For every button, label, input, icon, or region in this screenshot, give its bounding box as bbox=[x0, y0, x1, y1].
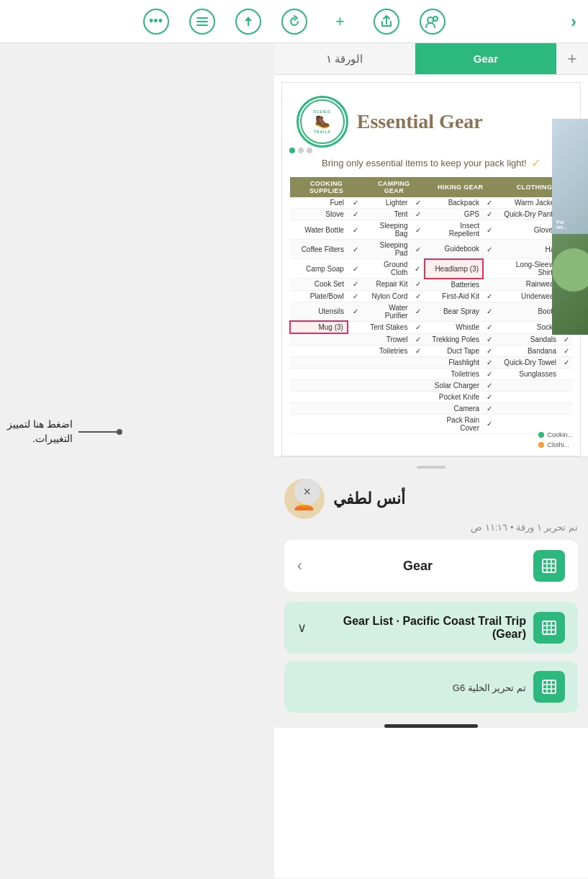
svg-point-3 bbox=[428, 17, 433, 23]
thumb-top: Forwe... bbox=[552, 119, 588, 234]
share-icon[interactable] bbox=[374, 9, 399, 35]
bottom-panel: × أنس لطفي 🧑‍🦱 تم تحرير ١ ورقة • ١١:١٦ ص… bbox=[274, 456, 588, 728]
table-row: Utensils ✓ Water Purifier ✓ Bear Spray ✓… bbox=[290, 302, 573, 321]
svg-point-4 bbox=[433, 17, 438, 21]
dot-3 bbox=[307, 148, 312, 153]
page-nav[interactable]: ‹ Gear bbox=[284, 540, 578, 592]
table-row: Stove ✓ Tent ✓ GPS ✓ Quick-Dry Pants ✓ bbox=[290, 209, 573, 220]
page-nav-table-icon[interactable] bbox=[533, 550, 565, 582]
tab-add-button[interactable]: + bbox=[556, 43, 588, 74]
slide-header: SCENIC 🥾 TRAILS Essential Gear bbox=[289, 90, 573, 150]
table-row: Pocket Knife ✓ bbox=[290, 391, 573, 402]
change-item-2-table-icon[interactable] bbox=[533, 671, 565, 703]
dot-1 bbox=[289, 148, 295, 153]
refresh-icon[interactable] bbox=[281, 9, 307, 35]
legend-label-cooking: Cookin... bbox=[547, 431, 573, 438]
close-button[interactable]: × bbox=[294, 479, 320, 505]
tab-sheet1[interactable]: الورقة ١ bbox=[274, 43, 415, 74]
legend-dot-cooking bbox=[538, 432, 544, 438]
slide-subtitle: Bring only essential items to keep your … bbox=[289, 150, 573, 177]
svg-rect-10 bbox=[543, 621, 556, 634]
page-nav-title: Gear bbox=[403, 559, 433, 574]
main-content: الورقة ١ Gear + SCENIC 🥾 TRAILS Essentia… bbox=[274, 43, 588, 878]
change-item-1-table-icon[interactable] bbox=[533, 612, 565, 644]
checkmark-icon: ✓ bbox=[531, 156, 540, 170]
change-item-2-subtitle: تم تحرير الخلية G6 bbox=[297, 682, 526, 693]
user-row: أنس لطفي 🧑‍🦱 bbox=[284, 479, 578, 519]
pin-icon[interactable] bbox=[235, 9, 261, 35]
table-row: Toiletries ✓ Sunglasses bbox=[290, 368, 573, 379]
table-row: Coffee Filters ✓ Sleeping Pad ✓ Guideboo… bbox=[290, 240, 573, 259]
change-item-1-title: Gear List · Pacific Coast Trail Trip (Ge… bbox=[307, 615, 526, 641]
change-item-1-text: Gear List · Pacific Coast Trail Trip (Ge… bbox=[307, 615, 533, 641]
tabs: الورقة ١ Gear + bbox=[274, 43, 588, 75]
table-row: Flashlight ✓ Quick-Dry Towel ✓ bbox=[290, 356, 573, 368]
back-arrow-icon[interactable]: ‹ bbox=[297, 556, 302, 575]
legend-dot-clothing bbox=[538, 442, 544, 448]
collab-icon[interactable] bbox=[420, 9, 445, 35]
table-row: Toiletries ✓ Duct Tape ✓ Bandana ✓ bbox=[290, 345, 573, 356]
table-row: Pack Rain Cover ✓ bbox=[290, 414, 573, 433]
hiker-icon: 🥾 bbox=[315, 114, 330, 130]
legend-item-cooking: Cookin... bbox=[538, 431, 573, 438]
home-indicator bbox=[384, 724, 478, 728]
table-row: Plate/Bowl ✓ Nylon Cord ✓ First-Aid Kit … bbox=[290, 290, 573, 302]
thumb-bottom bbox=[552, 234, 588, 335]
change-item-2-text: تم تحرير الخلية G6 bbox=[297, 681, 533, 693]
table-row: Cook Set ✓ Repair Kit ✓ Batteries Rainwe… bbox=[290, 279, 573, 291]
legend-item-clothing: Clothi... bbox=[538, 441, 573, 448]
list-icon[interactable] bbox=[189, 9, 215, 35]
thumb-circle bbox=[552, 248, 588, 292]
svg-rect-15 bbox=[543, 680, 556, 693]
annotation-text: اضغط هنا لتمييز التغييرات. bbox=[7, 418, 73, 446]
user-time: تم تحرير ١ ورقة • ١١:١٦ ص bbox=[284, 522, 578, 533]
more-icon[interactable]: ••• bbox=[143, 9, 169, 35]
forward-arrow-icon[interactable]: › bbox=[571, 12, 576, 32]
tab-gear[interactable]: Gear bbox=[415, 43, 556, 74]
slide: SCENIC 🥾 TRAILS Essential Gear Bring o bbox=[281, 82, 581, 456]
table-row: Camp Soap ✓ Ground Cloth ✓ Headlamp (3) … bbox=[290, 259, 573, 279]
annotation: اضغط هنا لتمييز التغييرات. bbox=[7, 418, 151, 446]
logo: SCENIC 🥾 TRAILS bbox=[297, 96, 348, 148]
change-item-1[interactable]: ∨ Gear List · Pacific Coast Trail Trip (… bbox=[284, 602, 578, 654]
highlighted-headlamp[interactable]: Headlamp (3) bbox=[425, 259, 483, 279]
highlighted-mug[interactable]: Mug (3) bbox=[290, 321, 348, 333]
panel-handle bbox=[417, 466, 445, 469]
user-name: أنس لطفي bbox=[333, 490, 405, 508]
th-hiking: HIKING GEAR bbox=[425, 177, 496, 197]
add-icon[interactable]: + bbox=[327, 9, 353, 35]
table-row: Trowel ✓ Trekking Poles ✓ Sandals ✓ bbox=[290, 333, 573, 345]
annotation-line bbox=[78, 431, 122, 433]
slide-area: SCENIC 🥾 TRAILS Essential Gear Bring o bbox=[274, 75, 588, 456]
svg-rect-5 bbox=[543, 559, 556, 572]
th-cooking: COOKING SUPPLIES bbox=[290, 177, 363, 197]
table-row: Water Bottle ✓ Sleeping Bag ✓ Insect Rep… bbox=[290, 220, 573, 240]
slide-title: Essential Gear bbox=[357, 110, 483, 133]
th-camping: CAMPING GEAR bbox=[363, 177, 425, 197]
legend: Cookin... Clothi... bbox=[538, 431, 573, 448]
side-thumbnail: Forwe... bbox=[552, 119, 588, 335]
gear-table: COOKING SUPPLIES CAMPING GEAR HIKING GEA… bbox=[289, 177, 573, 434]
table-row: Mug (3) Tent Stakes ✓ Whistle ✓ Socks ✓ bbox=[290, 321, 573, 333]
toolbar: ••• + › bbox=[0, 0, 588, 43]
table-row: Solar Charger ✓ bbox=[290, 379, 573, 391]
thumb-text: Forwe... bbox=[556, 220, 567, 230]
table-row: Camera ✓ bbox=[290, 402, 573, 414]
expand-icon[interactable]: ∨ bbox=[297, 620, 307, 636]
slide-dots bbox=[289, 148, 312, 153]
legend-label-clothing: Clothi... bbox=[547, 441, 569, 448]
dot-2 bbox=[298, 148, 304, 153]
change-item-2[interactable]: تم تحرير الخلية G6 bbox=[284, 661, 578, 713]
table-row: Fuel ✓ Lighter ✓ Backpack ✓ Warm Jacket … bbox=[290, 197, 573, 209]
